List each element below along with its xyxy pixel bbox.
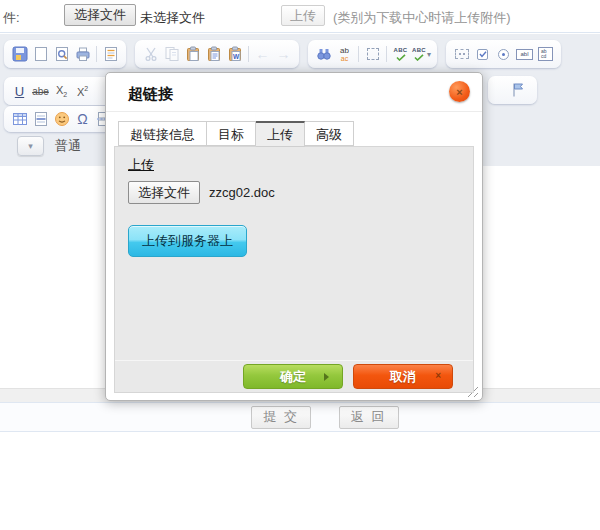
ok-button[interactable]: 确定 [243,364,343,389]
flag-icon[interactable] [507,80,528,101]
subscript-icon[interactable]: X2 [51,81,72,102]
new-page-icon[interactable] [30,44,51,65]
toolbar-group-document [4,40,126,68]
preview-icon[interactable] [51,44,72,65]
attachment-choose-file-button[interactable]: 选择文件 [64,4,136,26]
strikethrough-icon[interactable]: abe [30,81,51,102]
dialog-body: 上传 选择文件 zzcg02.doc 上传到服务器上 确定 取消 × [114,146,474,393]
dialog-footer: 确定 取消 × [115,360,473,392]
tab-target[interactable]: 目标 [207,121,256,146]
chevron-down-icon: ▾ [28,141,33,151]
tab-advanced[interactable]: 高级 [305,121,354,146]
paste-text-icon[interactable] [203,44,224,65]
toolbar-group-clipboard: W ← → [135,40,299,68]
page: 件: 选择文件 未选择文件 上传 (类别为下载中心时请上传附件) [0,0,600,530]
toolbar-divider [96,46,97,62]
hyperlink-dialog: 超链接 × 超链接信息 目标 上传 高级 上传 选择文件 zzcg02.doc … [105,72,483,401]
cancel-x-icon: × [435,370,441,381]
file-input-row: 选择文件 zzcg02.doc [128,181,460,204]
table-icon[interactable] [9,109,30,130]
redo-icon[interactable]: → [273,44,294,65]
toolbar-row-1: W ← → ab ac [4,39,570,69]
horizontal-rule-icon[interactable] [30,109,51,130]
smiley-icon[interactable] [51,109,72,130]
format-combo-arrow[interactable]: ▾ [17,136,44,156]
replace-icon[interactable]: ab ac [334,44,355,65]
attachment-label: 件: [3,9,20,27]
attachment-bar: 件: 选择文件 未选择文件 上传 (类别为下载中心时请上传附件) [0,0,600,33]
svg-text:W: W [232,53,239,60]
dialog-title: 超链接 [106,73,482,112]
cut-icon[interactable] [140,44,161,65]
format-combo-value[interactable]: 普通 [55,137,81,155]
toolbar-divider [386,46,387,62]
toolbar-group-editing: ab ac ABC ABC [308,40,437,68]
paste-from-word-icon[interactable]: W [224,44,245,65]
tab-upload[interactable]: 上传 [256,121,305,147]
hidden-field-icon[interactable] [451,44,472,65]
attachment-note: (类别为下载中心时请上传附件) [333,9,511,27]
undo-icon[interactable]: ← [252,44,273,65]
dialog-choose-file-button[interactable]: 选择文件 [128,181,200,204]
dialog-tabs: 超链接信息 目标 上传 高级 [118,121,354,146]
ok-arrow-icon [324,373,329,381]
spell-check-icon[interactable]: ABC [390,44,411,65]
text-field-icon[interactable]: abl [514,44,535,65]
upload-to-server-button[interactable]: 上传到服务器上 [128,225,247,257]
superscript-icon[interactable]: X2 [72,81,93,102]
paste-icon[interactable] [182,44,203,65]
close-icon[interactable]: × [449,81,470,102]
toolbar-group-forms: abl ab cd [446,40,561,68]
select-all-icon[interactable] [362,44,383,65]
tab-link-info[interactable]: 超链接信息 [118,121,207,146]
upload-field-label: 上传 [128,156,460,174]
submit-button[interactable]: 提 交 [251,406,311,429]
spell-check-menu-icon[interactable]: ABC ▾ [411,44,432,65]
toolbar-row-4: ▾ 普通 [4,133,81,159]
chevron-down-icon: ▾ [427,50,431,59]
underline-icon[interactable]: U [9,81,30,102]
toolbar-divider [358,46,359,62]
textarea-icon[interactable]: ab cd [535,44,556,65]
toolbar-divider [248,46,249,62]
selected-file-name: zzcg02.doc [209,185,275,200]
copy-icon[interactable] [161,44,182,65]
save-icon[interactable] [9,44,30,65]
no-file-selected-text: 未选择文件 [140,9,205,27]
form-action-bar: 提 交 返 回 [0,402,600,432]
checkbox-icon[interactable] [472,44,493,65]
print-icon[interactable] [72,44,93,65]
special-char-icon[interactable]: Ω [72,109,93,130]
find-icon[interactable] [313,44,334,65]
attachment-upload-button[interactable]: 上传 [281,5,325,26]
templates-icon[interactable] [100,44,121,65]
cancel-button[interactable]: 取消 × [353,364,453,389]
toolbar-group-anchor [488,76,537,104]
back-button[interactable]: 返 回 [339,406,399,429]
radio-button-icon[interactable] [493,44,514,65]
